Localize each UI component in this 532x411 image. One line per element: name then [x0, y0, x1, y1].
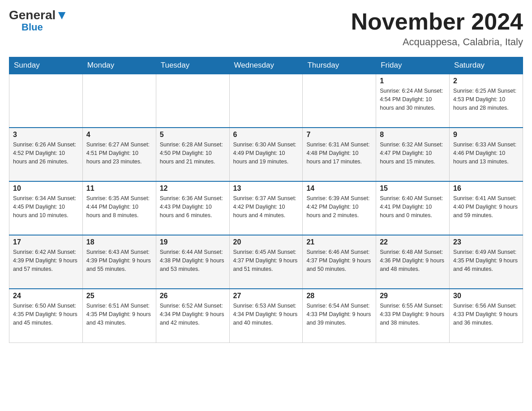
calendar-cell: 8Sunrise: 6:32 AM Sunset: 4:47 PM Daylig… [376, 128, 450, 181]
logo: General▼ Blue [9, 9, 68, 33]
day-number: 24 [13, 292, 79, 300]
col-monday: Monday [82, 57, 156, 74]
day-number: 23 [453, 238, 519, 246]
day-number: 17 [13, 238, 79, 246]
calendar-cell: 22Sunrise: 6:48 AM Sunset: 4:36 PM Dayli… [376, 235, 450, 289]
calendar-cell: 28Sunrise: 6:54 AM Sunset: 4:33 PM Dayli… [303, 289, 376, 342]
calendar-cell: 9Sunrise: 6:33 AM Sunset: 4:46 PM Daylig… [450, 128, 523, 181]
location: Acquappesa, Calabria, Italy [351, 36, 523, 48]
calendar-cell: 5Sunrise: 6:28 AM Sunset: 4:50 PM Daylig… [156, 128, 229, 181]
calendar-cell: 15Sunrise: 6:40 AM Sunset: 4:41 PM Dayli… [376, 181, 450, 235]
day-number: 5 [160, 131, 226, 139]
day-number: 1 [380, 77, 446, 85]
calendar-table: Sunday Monday Tuesday Wednesday Thursday… [9, 57, 523, 343]
calendar-cell: 12Sunrise: 6:36 AM Sunset: 4:43 PM Dayli… [156, 181, 229, 235]
day-info: Sunrise: 6:26 AM Sunset: 4:52 PM Dayligh… [13, 141, 79, 166]
calendar-cell: 10Sunrise: 6:34 AM Sunset: 4:45 PM Dayli… [9, 181, 83, 235]
calendar-cell: 16Sunrise: 6:41 AM Sunset: 4:40 PM Dayli… [450, 181, 523, 235]
col-tuesday: Tuesday [156, 57, 229, 74]
day-info: Sunrise: 6:28 AM Sunset: 4:50 PM Dayligh… [160, 141, 226, 166]
day-info: Sunrise: 6:25 AM Sunset: 4:53 PM Dayligh… [453, 87, 519, 112]
day-info: Sunrise: 6:45 AM Sunset: 4:37 PM Dayligh… [233, 248, 299, 273]
col-sunday: Sunday [9, 57, 83, 74]
day-number: 14 [306, 184, 372, 193]
logo-general-text: General▼ [9, 9, 68, 21]
day-info: Sunrise: 6:46 AM Sunset: 4:37 PM Dayligh… [306, 248, 372, 273]
day-number: 16 [453, 184, 519, 193]
day-info: Sunrise: 6:51 AM Sunset: 4:35 PM Dayligh… [86, 302, 152, 327]
calendar-cell: 27Sunrise: 6:53 AM Sunset: 4:34 PM Dayli… [229, 289, 303, 342]
day-number: 9 [453, 131, 519, 139]
calendar-cell: 20Sunrise: 6:45 AM Sunset: 4:37 PM Dayli… [229, 235, 303, 289]
day-info: Sunrise: 6:32 AM Sunset: 4:47 PM Dayligh… [380, 141, 446, 166]
day-info: Sunrise: 6:44 AM Sunset: 4:38 PM Dayligh… [160, 248, 226, 273]
calendar-cell: 2Sunrise: 6:25 AM Sunset: 4:53 PM Daylig… [450, 74, 523, 128]
day-number: 29 [380, 292, 446, 300]
day-number: 8 [380, 131, 446, 139]
day-info: Sunrise: 6:56 AM Sunset: 4:33 PM Dayligh… [453, 302, 519, 327]
day-number: 13 [233, 184, 299, 193]
day-info: Sunrise: 6:42 AM Sunset: 4:39 PM Dayligh… [13, 248, 79, 273]
day-number: 18 [86, 238, 152, 246]
day-info: Sunrise: 6:30 AM Sunset: 4:49 PM Dayligh… [233, 141, 299, 166]
day-info: Sunrise: 6:36 AM Sunset: 4:43 PM Dayligh… [160, 194, 226, 219]
calendar-cell: 14Sunrise: 6:39 AM Sunset: 4:42 PM Dayli… [303, 181, 376, 235]
col-wednesday: Wednesday [229, 57, 303, 74]
day-info: Sunrise: 6:40 AM Sunset: 4:41 PM Dayligh… [380, 194, 446, 219]
day-number: 12 [160, 184, 226, 193]
calendar-cell [156, 74, 229, 128]
day-number: 6 [233, 131, 299, 139]
calendar-cell: 11Sunrise: 6:35 AM Sunset: 4:44 PM Dayli… [82, 181, 156, 235]
day-info: Sunrise: 6:31 AM Sunset: 4:48 PM Dayligh… [306, 141, 372, 166]
week-row-5: 24Sunrise: 6:50 AM Sunset: 4:35 PM Dayli… [9, 289, 523, 342]
calendar-cell: 6Sunrise: 6:30 AM Sunset: 4:49 PM Daylig… [229, 128, 303, 181]
day-info: Sunrise: 6:53 AM Sunset: 4:34 PM Dayligh… [233, 302, 299, 327]
day-number: 15 [380, 184, 446, 193]
day-info: Sunrise: 6:39 AM Sunset: 4:42 PM Dayligh… [306, 194, 372, 219]
month-title: November 2024 [351, 9, 523, 34]
page-header: General▼ Blue November 2024 Acquappesa, … [9, 9, 523, 48]
calendar-cell: 7Sunrise: 6:31 AM Sunset: 4:48 PM Daylig… [303, 128, 376, 181]
day-info: Sunrise: 6:52 AM Sunset: 4:34 PM Dayligh… [160, 302, 226, 327]
day-number: 11 [86, 184, 152, 193]
week-row-2: 3Sunrise: 6:26 AM Sunset: 4:52 PM Daylig… [9, 128, 523, 181]
day-info: Sunrise: 6:27 AM Sunset: 4:51 PM Dayligh… [86, 141, 152, 166]
calendar-cell: 23Sunrise: 6:49 AM Sunset: 4:35 PM Dayli… [450, 235, 523, 289]
day-info: Sunrise: 6:54 AM Sunset: 4:33 PM Dayligh… [306, 302, 372, 327]
calendar-cell: 18Sunrise: 6:43 AM Sunset: 4:39 PM Dayli… [82, 235, 156, 289]
day-info: Sunrise: 6:33 AM Sunset: 4:46 PM Dayligh… [453, 141, 519, 166]
calendar-cell: 17Sunrise: 6:42 AM Sunset: 4:39 PM Dayli… [9, 235, 83, 289]
calendar-cell [9, 74, 83, 128]
week-row-1: 1Sunrise: 6:24 AM Sunset: 4:54 PM Daylig… [9, 74, 523, 128]
day-number: 28 [306, 292, 372, 300]
calendar-cell [303, 74, 376, 128]
calendar-cell: 1Sunrise: 6:24 AM Sunset: 4:54 PM Daylig… [376, 74, 450, 128]
calendar-cell: 13Sunrise: 6:37 AM Sunset: 4:42 PM Dayli… [229, 181, 303, 235]
day-number: 19 [160, 238, 226, 246]
calendar-header-row: Sunday Monday Tuesday Wednesday Thursday… [9, 57, 523, 74]
day-info: Sunrise: 6:43 AM Sunset: 4:39 PM Dayligh… [86, 248, 152, 273]
logo-blue-text: Blue [21, 21, 43, 33]
calendar-cell: 21Sunrise: 6:46 AM Sunset: 4:37 PM Dayli… [303, 235, 376, 289]
day-number: 21 [306, 238, 372, 246]
calendar-cell: 24Sunrise: 6:50 AM Sunset: 4:35 PM Dayli… [9, 289, 83, 342]
day-info: Sunrise: 6:37 AM Sunset: 4:42 PM Dayligh… [233, 194, 299, 219]
day-number: 25 [86, 292, 152, 300]
week-row-4: 17Sunrise: 6:42 AM Sunset: 4:39 PM Dayli… [9, 235, 523, 289]
day-info: Sunrise: 6:41 AM Sunset: 4:40 PM Dayligh… [453, 194, 519, 219]
day-number: 27 [233, 292, 299, 300]
week-row-3: 10Sunrise: 6:34 AM Sunset: 4:45 PM Dayli… [9, 181, 523, 235]
calendar-cell: 26Sunrise: 6:52 AM Sunset: 4:34 PM Dayli… [156, 289, 229, 342]
day-info: Sunrise: 6:35 AM Sunset: 4:44 PM Dayligh… [86, 194, 152, 219]
calendar-cell: 3Sunrise: 6:26 AM Sunset: 4:52 PM Daylig… [9, 128, 83, 181]
day-number: 4 [86, 131, 152, 139]
calendar-cell [229, 74, 303, 128]
day-number: 30 [453, 292, 519, 300]
day-info: Sunrise: 6:49 AM Sunset: 4:35 PM Dayligh… [453, 248, 519, 273]
calendar-cell: 19Sunrise: 6:44 AM Sunset: 4:38 PM Dayli… [156, 235, 229, 289]
title-section: November 2024 Acquappesa, Calabria, Ital… [351, 9, 523, 48]
calendar-cell: 4Sunrise: 6:27 AM Sunset: 4:51 PM Daylig… [82, 128, 156, 181]
calendar-cell: 30Sunrise: 6:56 AM Sunset: 4:33 PM Dayli… [450, 289, 523, 342]
calendar-cell: 25Sunrise: 6:51 AM Sunset: 4:35 PM Dayli… [82, 289, 156, 342]
day-number: 20 [233, 238, 299, 246]
